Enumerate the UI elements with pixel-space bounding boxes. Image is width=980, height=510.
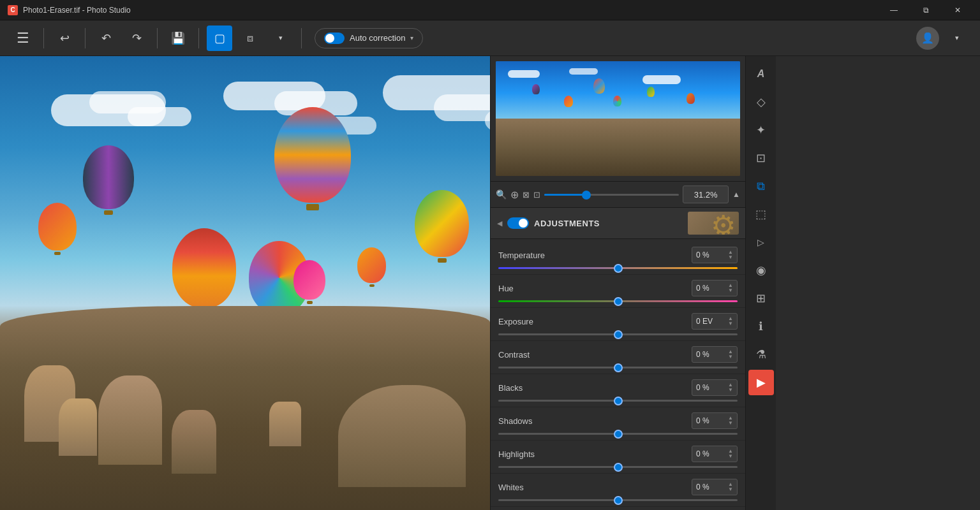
- separator-1: [43, 28, 44, 48]
- contrast-label: Contrast: [498, 350, 530, 360]
- separator-3: [157, 28, 158, 48]
- hamburger-menu-button[interactable]: ☰: [10, 26, 36, 51]
- temperature-value[interactable]: 0 % ▲ ▼: [692, 247, 738, 263]
- gear-icon: ⚙: [711, 212, 739, 235]
- selection-icon[interactable]: ⬚: [748, 201, 774, 227]
- adjustments-toggle[interactable]: [507, 217, 529, 229]
- temperature-thumb[interactable]: [614, 264, 623, 273]
- app-icon: C: [8, 5, 18, 15]
- hue-header: Hue 0 % ▲ ▼: [498, 280, 738, 296]
- exposure-value[interactable]: 0 EV ▲ ▼: [692, 313, 738, 330]
- whites-row: Whites 0 % ▲ ▼: [491, 474, 745, 507]
- redo-forward-button[interactable]: ↷: [124, 26, 149, 51]
- close-button[interactable]: ✕: [943, 0, 972, 20]
- more-options-button[interactable]: ▾: [944, 26, 970, 51]
- zoom-slider[interactable]: [544, 194, 679, 196]
- auto-correction-label: Auto correction: [350, 33, 405, 43]
- right-panel-container: 🔍 ⊕ ⊠ ⊡ 31.2% ▲ ◀ ADJUSTMENTS ⚙: [490, 56, 980, 510]
- fit-icon[interactable]: ⊠: [523, 190, 530, 200]
- exposure-down-arrow[interactable]: ▼: [728, 321, 733, 326]
- blacks-slider[interactable]: [498, 400, 738, 402]
- thumbnail-area: [491, 56, 745, 182]
- separator-5: [301, 28, 302, 48]
- main-layout: 🔍 ⊕ ⊠ ⊡ 31.2% ▲ ◀ ADJUSTMENTS ⚙: [0, 56, 980, 510]
- hue-value[interactable]: 0 % ▲ ▼: [692, 280, 738, 296]
- adjustments-collapse-icon[interactable]: ◀: [497, 219, 502, 228]
- right-sidebar: A ◇ ✦ ⊡ ⧉ ⬚ ▷ ◉ ⊞ ℹ ⚗ ▶: [745, 56, 776, 510]
- zoom-in-icon[interactable]: ⊕: [510, 189, 519, 201]
- contrast-thumb[interactable]: [614, 363, 623, 372]
- hue-thumb[interactable]: [614, 297, 623, 306]
- window-title: Photo1-Eraser.tif - Photo Studio: [23, 6, 131, 15]
- title-bar: C Photo1-Eraser.tif - Photo Studio — ⧉ ✕: [0, 0, 980, 20]
- adjustments-label: ADJUSTMENTS: [534, 219, 600, 228]
- temperature-down-arrow[interactable]: ▼: [728, 255, 733, 260]
- info-icon[interactable]: ℹ: [748, 314, 774, 339]
- user-profile-button[interactable]: 👤: [916, 27, 939, 50]
- contrast-slider[interactable]: [498, 367, 738, 368]
- text-icon[interactable]: A: [748, 61, 774, 87]
- image-canvas: [0, 56, 490, 510]
- thumbnail-image: [496, 61, 740, 176]
- view-options-button[interactable]: ▾: [268, 26, 293, 51]
- split-view-button[interactable]: ⧈: [237, 26, 263, 51]
- blacks-thumb[interactable]: [614, 397, 623, 405]
- single-view-button[interactable]: ▢: [207, 26, 232, 51]
- window-controls: — ⧉ ✕: [879, 0, 972, 20]
- save-button[interactable]: 💾: [165, 26, 191, 51]
- redo-back-button[interactable]: ↶: [93, 26, 119, 51]
- canvas-area[interactable]: [0, 56, 490, 510]
- auto-correction-button[interactable]: Auto correction ▾: [315, 28, 423, 48]
- maximize-button[interactable]: ⧉: [911, 0, 940, 20]
- exposure-label: Exposure: [498, 317, 533, 326]
- highlights-row: Highlights 0 % ▲ ▼: [491, 441, 745, 474]
- highlights-label: Highlights: [498, 449, 535, 459]
- whites-label: Whites: [498, 483, 524, 492]
- contrast-row: Contrast 0 % ▲ ▼: [491, 341, 745, 374]
- shadows-down-arrow[interactable]: ▼: [728, 421, 733, 426]
- overlay-icon[interactable]: ◉: [748, 258, 774, 283]
- whites-down-arrow[interactable]: ▼: [728, 487, 733, 492]
- highlights-thumb[interactable]: [614, 463, 623, 472]
- eraser-icon[interactable]: ◇: [748, 89, 774, 115]
- contrast-down-arrow[interactable]: ▼: [728, 354, 733, 360]
- undo-button[interactable]: ↩: [52, 26, 77, 51]
- shadows-value[interactable]: 0 % ▲ ▼: [692, 412, 738, 429]
- contrast-value[interactable]: 0 % ▲ ▼: [692, 346, 738, 363]
- zoom-out-icon[interactable]: 🔍: [496, 189, 507, 200]
- highlights-down-arrow[interactable]: ▼: [728, 454, 733, 459]
- expand-panel-icon[interactable]: ▷: [748, 229, 774, 255]
- separator-4: [198, 28, 199, 48]
- lab-icon[interactable]: ⚗: [748, 342, 774, 367]
- hue-label: Hue: [498, 284, 514, 293]
- title-bar-left: C Photo1-Eraser.tif - Photo Studio: [8, 5, 131, 15]
- highlights-slider[interactable]: [498, 466, 738, 468]
- whites-value[interactable]: 0 % ▲ ▼: [692, 479, 738, 495]
- actual-size-icon[interactable]: ⊡: [533, 190, 540, 200]
- blacks-value[interactable]: 0 % ▲ ▼: [692, 379, 738, 396]
- minimize-button[interactable]: —: [879, 0, 909, 20]
- exposure-thumb[interactable]: [614, 330, 623, 339]
- shadows-thumb[interactable]: [614, 430, 623, 439]
- highlights-value[interactable]: 0 % ▲ ▼: [692, 446, 738, 462]
- exposure-row: Exposure 0 EV ▲ ▼: [491, 308, 745, 341]
- adjustments-panel-icon[interactable]: ⧉: [748, 173, 774, 199]
- exposure-slider[interactable]: [498, 333, 738, 335]
- crop-icon[interactable]: ⊡: [748, 145, 774, 171]
- temperature-slider[interactable]: [498, 267, 738, 269]
- blacks-down-arrow[interactable]: ▼: [728, 388, 733, 393]
- hue-slider[interactable]: [498, 300, 738, 302]
- whites-thumb[interactable]: [614, 496, 623, 505]
- auto-correction-chevron-icon: ▾: [410, 34, 413, 41]
- video-record-icon[interactable]: ▶: [748, 370, 774, 395]
- layers-icon[interactable]: ⊞: [748, 286, 774, 311]
- shadows-label: Shadows: [498, 416, 532, 426]
- temperature-label: Temperature: [498, 251, 545, 260]
- whites-slider[interactable]: [498, 499, 738, 501]
- hue-down-arrow[interactable]: ▼: [728, 288, 733, 293]
- blacks-label: Blacks: [498, 383, 523, 393]
- shadows-slider[interactable]: [498, 433, 738, 435]
- blacks-row: Blacks 0 % ▲ ▼: [491, 374, 745, 407]
- collapse-arrow-icon[interactable]: ▲: [732, 190, 740, 199]
- effects-icon[interactable]: ✦: [748, 117, 774, 143]
